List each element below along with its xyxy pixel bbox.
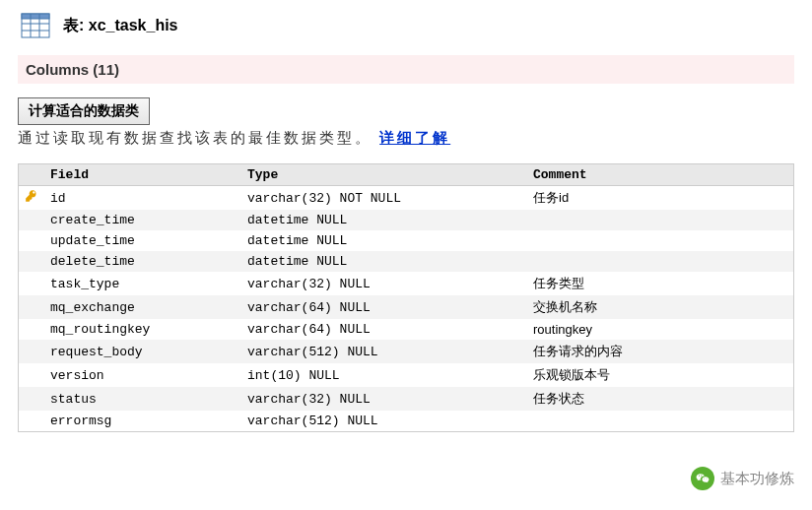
header-type: Type [241,164,527,186]
field-cell: mq_exchange [44,295,241,319]
type-cell: varchar(64) NULL [241,319,527,340]
columns-section-header: Columns (11) [18,55,794,84]
type-cell: varchar(32) NULL [241,387,527,411]
field-cell: delete_time [44,251,241,272]
header-pk [19,164,44,186]
pk-cell [19,411,44,431]
comment-cell [527,230,793,251]
pk-cell [19,363,44,387]
field-cell: mq_routingkey [44,319,241,340]
pk-cell [19,340,44,363]
type-cell: datetime NULL [241,230,527,251]
header-field: Field [44,164,241,186]
field-cell: errormsg [44,411,241,431]
comment-cell: 交换机名称 [527,295,793,319]
table-row[interactable]: delete_timedatetime NULL [19,251,793,272]
pk-cell [19,230,44,251]
comment-cell [527,411,793,431]
table-row[interactable]: statusvarchar(32) NULL任务状态 [19,387,793,411]
comment-cell: 乐观锁版本号 [527,363,793,387]
table-row[interactable]: update_timedatetime NULL [19,230,793,251]
field-cell: version [44,363,241,387]
type-cell: varchar(512) NULL [241,411,527,431]
field-cell: request_body [44,340,241,363]
pk-cell [19,210,44,230]
comment-cell [527,251,793,272]
page-title: 表: xc_task_his [63,16,178,36]
table-row[interactable]: idvarchar(32) NOT NULL任务id [19,186,793,211]
comment-cell: 任务类型 [527,272,793,295]
pk-cell [19,295,44,319]
table-header-row: Field Type Comment [19,164,793,186]
table-row[interactable]: mq_exchangevarchar(64) NULL交换机名称 [19,295,793,319]
field-cell: status [44,387,241,411]
pk-cell [19,251,44,272]
svg-rect-1 [22,14,49,19]
type-cell: varchar(32) NOT NULL [241,186,527,211]
type-cell: datetime NULL [241,210,527,230]
calc-datatype-button[interactable]: 计算适合的数据类 [18,97,150,125]
table-row[interactable]: mq_routingkeyvarchar(64) NULLroutingkey [19,319,793,340]
watermark-text: 基本功修炼 [720,470,794,488]
table-row[interactable]: request_bodyvarchar(512) NULL任务请求的内容 [19,340,793,363]
field-cell: id [44,186,241,211]
table-icon [18,8,53,43]
pk-cell [19,319,44,340]
comment-cell [527,210,793,230]
pk-cell [19,272,44,295]
wechat-icon [691,467,714,490]
pk-cell [19,186,44,211]
hint-text: 通过读取现有数据查找该表的最佳数据类型。 [18,129,372,146]
type-cell: datetime NULL [241,251,527,272]
field-cell: task_type [44,272,241,295]
table-row[interactable]: versionint(10) NULL乐观锁版本号 [19,363,793,387]
comment-cell: routingkey [527,319,793,340]
type-cell: varchar(32) NULL [241,272,527,295]
table-row[interactable]: errormsgvarchar(512) NULL [19,411,793,431]
comment-cell: 任务状态 [527,387,793,411]
type-cell: varchar(512) NULL [241,340,527,363]
columns-table: Field Type Comment idvarchar(32) NOT NUL… [18,163,794,432]
header-comment: Comment [527,164,793,186]
hint-text-row: 通过读取现有数据查找该表的最佳数据类型。 详细了解 [18,129,794,148]
learn-more-link[interactable]: 详细了解 [379,129,450,146]
primary-key-icon [25,189,38,207]
watermark: 基本功修炼 [691,467,794,490]
pk-cell [19,387,44,411]
table-row[interactable]: task_typevarchar(32) NULL任务类型 [19,272,793,295]
comment-cell: 任务请求的内容 [527,340,793,363]
page-title-row: 表: xc_task_his [18,8,794,43]
title-prefix: 表: [63,17,84,33]
field-cell: create_time [44,210,241,230]
comment-cell: 任务id [527,186,793,211]
table-row[interactable]: create_timedatetime NULL [19,210,793,230]
table-name: xc_task_his [89,17,178,33]
type-cell: varchar(64) NULL [241,295,527,319]
type-cell: int(10) NULL [241,363,527,387]
field-cell: update_time [44,230,241,251]
